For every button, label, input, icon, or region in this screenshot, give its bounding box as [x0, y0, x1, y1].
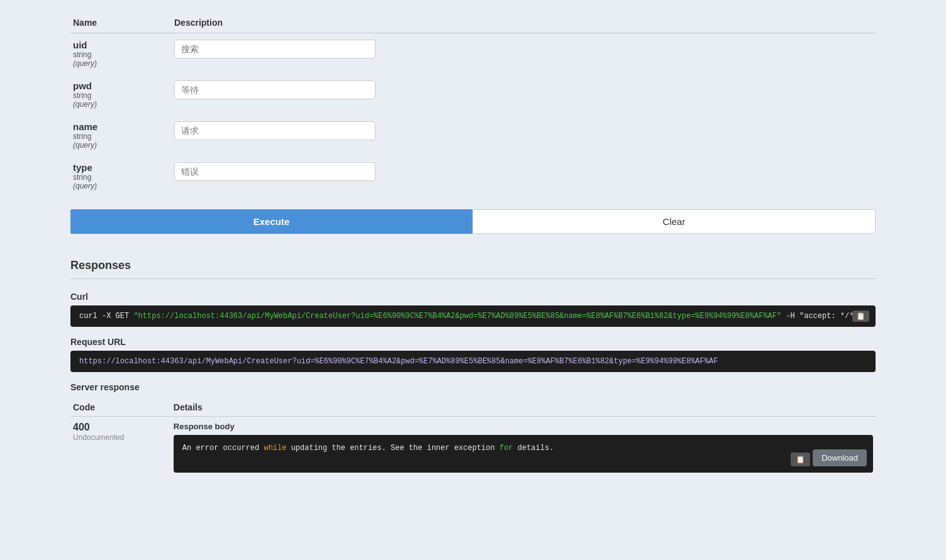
clear-button[interactable]: Clear	[472, 209, 876, 234]
params-table: Name Description uid string (query) pwd …	[70, 13, 876, 197]
response-body-for: for	[499, 444, 513, 453]
param-name-uid: uid	[73, 40, 169, 50]
curl-url: "https://localhost:44363/api/MyWebApi/Cr…	[133, 312, 781, 321]
param-row-uid: uid string (query)	[70, 33, 876, 75]
page-container: Name Description uid string (query) pwd …	[45, 0, 901, 503]
col-description-header: Description	[172, 13, 876, 33]
request-url-section: Request URL https://localhost:44363/api/…	[70, 337, 876, 372]
param-type-name: string	[73, 132, 169, 141]
execute-button[interactable]: Execute	[70, 209, 472, 234]
param-type-type: string	[73, 173, 169, 182]
param-input-name[interactable]	[174, 121, 376, 140]
param-desc-cell-name	[172, 115, 876, 156]
param-input-uid[interactable]	[174, 40, 376, 58]
responses-section: Responses Curl curl -X GET "https://loca…	[70, 253, 876, 478]
param-type-pwd: string	[73, 91, 169, 100]
param-desc-cell-uid	[172, 33, 876, 75]
param-name-type: type	[73, 162, 169, 173]
response-body-while: while	[264, 444, 286, 453]
response-body-middle: updating the entries. See the inner exce…	[286, 444, 499, 453]
response-body-label: Response body	[174, 422, 873, 431]
param-row-pwd: pwd string (query)	[70, 74, 876, 115]
param-name-name: name	[73, 121, 169, 132]
param-name-cell-uid: uid string (query)	[70, 33, 172, 75]
param-input-pwd[interactable]	[174, 80, 376, 99]
param-desc-cell-pwd	[172, 74, 876, 115]
curl-section: Curl curl -X GET "https://localhost:4436…	[70, 292, 876, 327]
download-button[interactable]: Download	[813, 449, 867, 466]
action-buttons-row: Execute Clear	[70, 209, 876, 234]
param-location-uid: (query)	[73, 59, 169, 68]
param-location-name: (query)	[73, 141, 169, 150]
param-row-name: name string (query)	[70, 115, 876, 156]
param-type-uid: string	[73, 50, 169, 59]
response-copy-button[interactable]: 📋	[791, 453, 810, 466]
param-name-cell-pwd: pwd string (query)	[70, 74, 172, 115]
curl-label: Curl	[70, 292, 876, 302]
param-location-type: (query)	[73, 182, 169, 190]
code-col-header: Code	[70, 398, 171, 417]
param-name-cell-type: type string (query)	[70, 156, 172, 197]
param-input-type[interactable]	[174, 162, 376, 181]
request-url-text: https://localhost:44363/api/MyWebApi/Cre…	[79, 357, 718, 366]
param-desc-cell-type	[172, 156, 876, 197]
request-url-label: Request URL	[70, 337, 876, 347]
response-code-cell: 400 Undocumented	[70, 417, 171, 478]
response-row: 400 Undocumented Response body An error …	[70, 417, 876, 478]
response-body-prefix: An error occurred	[182, 444, 264, 453]
curl-header: -H "accept: */*"	[786, 312, 858, 321]
response-body-suffix: details.	[513, 444, 554, 453]
response-body-block: An error occurred while updating the ent…	[174, 435, 873, 473]
param-name-cell-name: name string (query)	[70, 115, 172, 156]
request-url-block: https://localhost:44363/api/MyWebApi/Cre…	[70, 351, 876, 372]
param-location-pwd: (query)	[73, 100, 169, 109]
undocumented-label: Undocumented	[73, 433, 169, 442]
curl-copy-button[interactable]: 📋	[852, 310, 869, 322]
response-table: Code Details 400 Undocumented Response b…	[70, 398, 876, 478]
param-row-type: type string (query)	[70, 156, 876, 197]
response-details-cell: Response body An error occurred while up…	[171, 417, 876, 478]
response-code: 400	[73, 422, 169, 433]
details-col-header: Details	[171, 398, 876, 417]
col-name-header: Name	[70, 13, 172, 33]
responses-title: Responses	[70, 253, 876, 279]
param-name-pwd: pwd	[73, 80, 169, 91]
server-response-title: Server response	[70, 382, 876, 392]
curl-code-block: curl -X GET "https://localhost:44363/api…	[70, 305, 876, 327]
curl-command: curl -X GET	[79, 312, 129, 321]
server-response-section: Server response Code Details 400 Undocum…	[70, 382, 876, 478]
